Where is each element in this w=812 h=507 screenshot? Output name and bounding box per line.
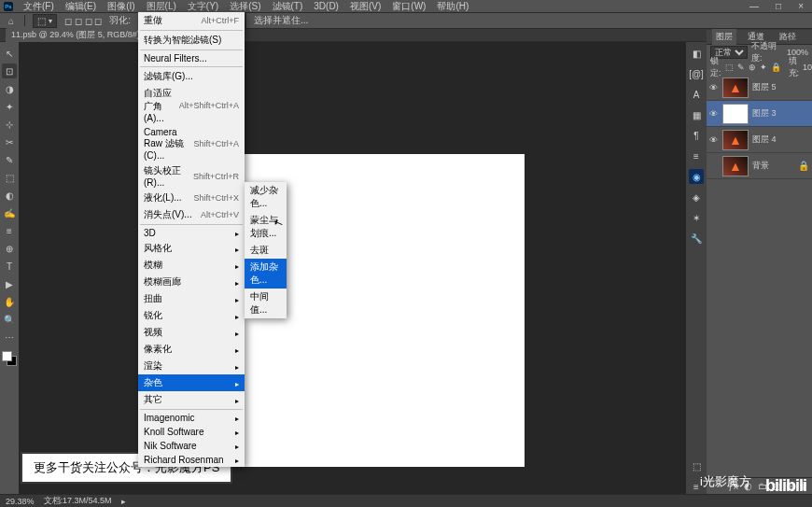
- wand-tool[interactable]: ✦: [2, 99, 17, 114]
- panel-icon-11[interactable]: ⬚: [689, 458, 704, 473]
- type-tool[interactable]: T: [2, 259, 17, 274]
- menu-item[interactable]: 滤镜库(G)...: [138, 68, 245, 85]
- menu-help[interactable]: 帮助(H): [432, 0, 473, 13]
- panel-icon-7[interactable]: ◉: [689, 169, 704, 184]
- menu-layer[interactable]: 图层(L): [142, 0, 181, 13]
- menu-item[interactable]: 消失点(V)...Alt+Ctrl+V: [138, 206, 245, 223]
- zoom-level[interactable]: 29.38%: [6, 497, 35, 506]
- menu-item[interactable]: 像素化: [138, 341, 245, 358]
- menu-item[interactable]: 风格化: [138, 240, 245, 257]
- layer-thumbnail[interactable]: ▲: [722, 156, 749, 176]
- character-panel-icon[interactable]: A: [689, 87, 704, 102]
- lock-image-icon[interactable]: ✎: [737, 63, 745, 72]
- panel-icon-1[interactable]: ◧: [689, 46, 704, 61]
- select-mask-button[interactable]: 选择并遮住...: [254, 14, 308, 27]
- layer-name[interactable]: 图层 3: [752, 107, 809, 120]
- menu-item[interactable]: Neural Filters...: [138, 51, 245, 65]
- eraser-tool[interactable]: ⊕: [2, 241, 17, 256]
- menu-item[interactable]: 杂色: [138, 374, 245, 391]
- menu-item[interactable]: 模糊画廊: [138, 274, 245, 290]
- doc-size[interactable]: 文档:17.3M/54.5M: [44, 495, 112, 507]
- crop-tool[interactable]: ⊹: [2, 117, 17, 132]
- tab-layers[interactable]: 图层: [712, 29, 736, 45]
- fill-value[interactable]: 100%: [803, 63, 812, 72]
- menu-item[interactable]: Camera Raw 滤镜(C)...Shift+Ctrl+A: [138, 125, 245, 162]
- tool-preset[interactable]: ⬚: [33, 14, 57, 28]
- menu-item[interactable]: Richard Rosenman: [138, 453, 245, 467]
- layer-name[interactable]: 背景: [752, 160, 794, 172]
- menu-text[interactable]: 文字(Y): [183, 0, 223, 13]
- mode-icons[interactable]: ◻ ◻ ◻ ◻: [64, 16, 102, 26]
- lock-all-icon[interactable]: 🔒: [771, 63, 781, 72]
- heal-tool[interactable]: ⬚: [2, 170, 17, 185]
- layer-name[interactable]: 图层 5: [752, 81, 809, 93]
- layer-row[interactable]: 👁 ▲ 图层 4: [707, 127, 812, 153]
- color-swatch[interactable]: [2, 351, 17, 366]
- layer-row[interactable]: 👁 图层 3: [707, 101, 812, 127]
- maximize-button[interactable]: □: [771, 1, 786, 11]
- stamp-tool[interactable]: ✍: [2, 205, 17, 220]
- visibility-icon[interactable]: 👁: [709, 135, 719, 145]
- menu-filter[interactable]: 滤镜(T): [268, 0, 308, 13]
- brush-tool[interactable]: ◐: [2, 188, 17, 203]
- lasso-tool[interactable]: ◑: [2, 81, 17, 96]
- menu-select[interactable]: 选择(S): [225, 0, 265, 13]
- panel-icon-4[interactable]: ▦: [689, 107, 704, 122]
- menu-file[interactable]: 文件(F): [19, 0, 59, 13]
- submenu-item[interactable]: 添加杂色...: [245, 259, 287, 289]
- menu-item[interactable]: 视频: [138, 324, 245, 341]
- paragraph-panel-icon[interactable]: ¶: [689, 128, 704, 143]
- visibility-icon[interactable]: 👁: [709, 109, 719, 119]
- move-tool[interactable]: ↖: [2, 46, 17, 61]
- visibility-icon[interactable]: 👁: [709, 83, 719, 92]
- panel-icon-6[interactable]: ≡: [689, 148, 704, 163]
- path-tool[interactable]: ▶: [2, 276, 17, 291]
- lock-position-icon[interactable]: ⊕: [749, 63, 756, 72]
- canvas-area[interactable]: [19, 42, 707, 494]
- frame-tool[interactable]: ✂: [2, 134, 17, 149]
- menu-image[interactable]: 图像(I): [103, 0, 139, 13]
- menu-item[interactable]: 重做Alt+Ctrl+F: [138, 12, 245, 29]
- menu-item[interactable]: 渲染: [138, 358, 245, 374]
- menu-item[interactable]: 锐化: [138, 307, 245, 324]
- menu-item[interactable]: 镜头校正(R)...Shift+Ctrl+R: [138, 162, 245, 190]
- layer-thumbnail[interactable]: ▲: [722, 77, 749, 98]
- layer-thumbnail[interactable]: ▲: [722, 130, 749, 150]
- history-brush-tool[interactable]: ≡: [2, 223, 17, 238]
- menu-view[interactable]: 视图(V): [345, 0, 385, 13]
- menu-item[interactable]: Imagenomic: [138, 411, 245, 425]
- menu-item[interactable]: 液化(L)...Shift+Ctrl+X: [138, 190, 245, 206]
- eyedropper-tool[interactable]: ✎: [2, 152, 17, 167]
- home-icon[interactable]: ⌂: [6, 15, 17, 26]
- layer-name[interactable]: 图层 4: [752, 134, 809, 146]
- menu-item[interactable]: Nik Software: [138, 439, 245, 453]
- panel-icon-8[interactable]: ◈: [689, 190, 704, 204]
- menu-item[interactable]: 模糊: [138, 257, 245, 274]
- menu-item[interactable]: 3D: [138, 226, 245, 240]
- submenu-item[interactable]: 中间值...: [245, 289, 287, 318]
- menu-window[interactable]: 窗口(W): [387, 0, 430, 13]
- menu-item[interactable]: 扭曲: [138, 290, 245, 307]
- doc-tab-1[interactable]: 11.psb @ 29.4% (图层 5, RGB/8#) ×: [6, 28, 153, 42]
- marquee-tool[interactable]: ⊡: [2, 63, 17, 78]
- panel-icon-2[interactable]: [@]: [689, 66, 704, 81]
- menu-3d[interactable]: 3D(D): [309, 1, 343, 11]
- zoom-tool[interactable]: 🔍: [2, 312, 17, 327]
- panel-icon-9[interactable]: ✶: [689, 210, 704, 225]
- menu-item[interactable]: 转换为智能滤镜(S): [138, 32, 245, 49]
- lock-transparent-icon[interactable]: ⬚: [725, 63, 734, 72]
- menu-item[interactable]: 自适应广角(A)...Alt+Shift+Ctrl+A: [138, 85, 245, 125]
- hand-tool[interactable]: ✋: [2, 294, 17, 309]
- layer-row[interactable]: ▲ 背景 🔒: [707, 153, 812, 179]
- lock-artboard-icon[interactable]: ✦: [760, 63, 767, 72]
- minimize-button[interactable]: —: [745, 1, 763, 11]
- menu-item[interactable]: Knoll Software: [138, 425, 245, 439]
- close-button[interactable]: ×: [793, 1, 808, 11]
- submenu-item[interactable]: 去斑: [245, 242, 287, 259]
- edit-toolbar[interactable]: ⋯: [2, 330, 17, 345]
- menu-edit[interactable]: 编辑(E): [61, 0, 101, 13]
- menu-item[interactable]: 其它: [138, 391, 245, 408]
- foreground-color[interactable]: [2, 351, 12, 361]
- submenu-item[interactable]: 减少杂色...: [245, 182, 287, 212]
- panel-icon-10[interactable]: 🔧: [689, 231, 704, 246]
